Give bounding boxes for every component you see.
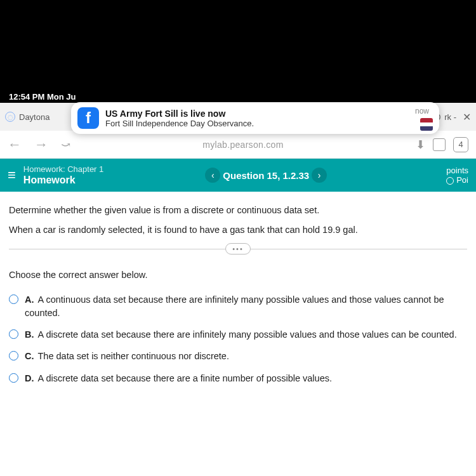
question-label: Question 15, 1.2.33 [223, 170, 309, 181]
choice-c-letter: C. [25, 351, 34, 361]
choice-a-letter: A. [25, 294, 34, 305]
globe-icon: ◌ [5, 112, 15, 122]
choice-a-text: A continuous data set because there are … [25, 294, 444, 317]
forward-icon[interactable]: → [34, 136, 48, 153]
header-title: Homework [23, 174, 103, 186]
close-icon[interactable]: ✕ [463, 111, 471, 123]
header-titles: Homework: Chapter 1 Homework [23, 164, 103, 187]
divider: ••• [9, 249, 467, 249]
problem-line-1: Determine whether the given value is fro… [9, 203, 467, 218]
question-navigator: ‹ Question 15, 1.2.33 › [205, 168, 327, 183]
notification-banner[interactable]: f US Army Fort Sill is live now Fort Sil… [71, 102, 439, 134]
points-label: points [446, 166, 468, 175]
choice-c-text: The data set is neither continuous nor d… [38, 351, 229, 361]
notification-title: US Army Fort Sill is live now [105, 109, 415, 119]
problem-line-2: When a car is randomly selected, it is f… [9, 223, 467, 237]
choice-b-text: A discrete data set because there are in… [38, 329, 457, 340]
choices-list: A.A continuous data set because there ar… [0, 289, 476, 388]
radio-d[interactable] [9, 373, 18, 383]
facebook-icon: f [77, 107, 99, 129]
content-area: Determine whether the given value is fro… [0, 192, 476, 476]
points-poi: Poi [456, 175, 468, 185]
problem-statement: Determine whether the given value is fro… [0, 192, 476, 270]
choice-c[interactable]: C.The data set is neither continuous nor… [9, 345, 467, 367]
radio-a[interactable] [9, 294, 18, 304]
phantom-background [0, 0, 476, 90]
radio-c[interactable] [9, 351, 18, 360]
tab-left[interactable]: ◌ Daytona [5, 112, 50, 122]
more-icon[interactable]: ••• [225, 243, 251, 255]
points-circle-icon [446, 177, 454, 185]
back-icon[interactable]: ← [8, 136, 22, 153]
bookmark-icon[interactable]: ⬇ [416, 138, 425, 152]
notification-time: now [415, 107, 429, 116]
prompt-text: Choose the correct answer below. [0, 270, 476, 280]
ipad-status-bar: 12:54 PM Mon Ju [0, 90, 476, 103]
notification-subtitle: Fort Sill Independence Day Observance. [105, 119, 415, 128]
radio-b[interactable] [9, 329, 18, 339]
next-question-button[interactable]: › [312, 168, 327, 183]
header-supertitle: Homework: Chapter 1 [23, 164, 103, 175]
status-time: 12:54 PM Mon Ju [9, 92, 76, 102]
url-display[interactable]: mylab.pearson.com [83, 140, 403, 150]
choice-b-letter: B. [25, 329, 34, 340]
share-icon[interactable] [433, 138, 446, 151]
browser-navigation: ← → ⤻ mylab.pearson.com ⬇ 4 [0, 131, 476, 159]
choice-d-text: A discrete data set because there are a … [38, 373, 332, 383]
menu-icon[interactable]: ≡ [8, 167, 16, 183]
prev-question-button[interactable]: ‹ [205, 168, 220, 183]
app-header: ≡ Homework: Chapter 1 Homework ‹ Questio… [0, 159, 476, 192]
choice-b[interactable]: B.A discrete data set because there are … [9, 324, 467, 345]
choice-d[interactable]: D.A discrete data set because there are … [9, 367, 467, 389]
reload-icon[interactable]: ⤻ [61, 138, 70, 152]
tabs-count-button[interactable]: 4 [453, 137, 468, 152]
choice-a[interactable]: A.A continuous data set because there ar… [9, 289, 467, 324]
choice-d-letter: D. [25, 373, 34, 383]
tab-left-label: Daytona [19, 112, 50, 122]
tab-right-label: rk - [444, 112, 456, 122]
flag-icon [420, 118, 433, 131]
notification-body: US Army Fort Sill is live now Fort Sill … [105, 109, 415, 128]
points-area: points Poi [446, 166, 468, 185]
